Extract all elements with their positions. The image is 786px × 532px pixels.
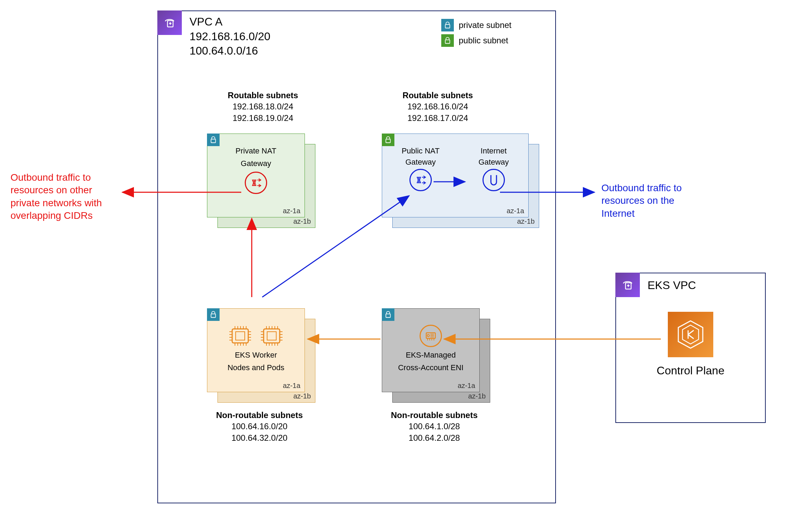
vpc-a-cidr-2: 100.64.0.0/16 xyxy=(190,44,270,58)
igw-block: Internet Gateway xyxy=(478,146,509,191)
routable-left-label: Routable subnets 192.168.18.0/24 192.168… xyxy=(207,90,319,124)
private-nat-sub: Gateway xyxy=(241,159,271,168)
eni-card-front: EKS-Managed Cross-Account ENI az-1a xyxy=(382,308,480,392)
internet-gateway-icon xyxy=(483,169,505,191)
vpc-a-container: VPC A 192.168.16.0/20 100.64.0.0/16 priv… xyxy=(157,10,556,503)
eks-nodes-card-front: EKS Worker Nodes and Pods az-1a xyxy=(207,308,305,392)
legend-private-row: private subnet xyxy=(441,19,512,31)
eks-vpc-title: EKS VPC xyxy=(648,279,696,292)
eks-nodes-sub: Nodes and Pods xyxy=(228,363,285,372)
routable-left-cidr-2: 192.168.19.0/24 xyxy=(207,113,319,124)
private-nat-card-front: Private NAT Gateway az-1a xyxy=(207,134,305,217)
chip-icon xyxy=(228,325,252,347)
private-nat-back-az: az-1b xyxy=(293,217,311,225)
private-nat-lock-icon xyxy=(207,134,220,146)
svg-rect-4 xyxy=(386,139,391,143)
svg-rect-46 xyxy=(386,314,391,317)
nonroutable-left-label: Non-routable subnets 100.64.16.0/20 100.… xyxy=(196,410,322,444)
public-front-az: az-1a xyxy=(507,207,524,215)
routable-left-cidr-1: 192.168.18.0/24 xyxy=(207,101,319,112)
eks-nodes-front-az: az-1a xyxy=(283,382,300,390)
eni-icon xyxy=(420,325,442,347)
public-lock-icon xyxy=(382,134,394,146)
svg-rect-26 xyxy=(264,329,280,343)
eni-sub: Cross-Account ENI xyxy=(398,363,463,372)
annotation-private-outbound-text: Outbound traffic to resources on other p… xyxy=(10,172,102,221)
public-nat-gateway-icon xyxy=(409,169,432,191)
private-nat-front-az: az-1a xyxy=(283,207,300,215)
eks-service-icon xyxy=(668,312,713,357)
eks-nodes-title: EKS Worker xyxy=(235,351,277,360)
eks-vpc-content: Control Plane xyxy=(616,312,765,377)
vpc-a-name: VPC A xyxy=(190,15,270,29)
annotation-private-outbound: Outbound traffic to resources on other p… xyxy=(10,171,122,222)
public-back-az: az-1b xyxy=(517,217,535,225)
svg-rect-7 xyxy=(236,332,245,340)
legend-public-label: public subnet xyxy=(459,36,508,45)
nonroutable-left-head: Non-routable subnets xyxy=(196,410,322,421)
igw-sub: Gateway xyxy=(478,158,509,167)
eks-nodes-back-az: az-1b xyxy=(293,392,311,400)
nonroutable-right-head: Non-routable subnets xyxy=(371,410,497,421)
routable-right-cidr-1: 192.168.16.0/24 xyxy=(382,101,494,112)
nonroutable-left-cidr-2: 100.64.32.0/20 xyxy=(196,432,322,444)
annotation-internet-outbound-text: Outbound traffic to resources on the Int… xyxy=(601,182,682,219)
chip-icon xyxy=(259,325,284,347)
private-nat-content: Private NAT Gateway xyxy=(207,146,305,194)
svg-point-48 xyxy=(427,335,429,337)
eks-vpc-container: EKS VPC Control Plane xyxy=(615,273,766,423)
eks-vpc-icon xyxy=(615,273,640,297)
svg-rect-5 xyxy=(211,314,216,317)
legend-private-icon xyxy=(441,19,454,31)
eks-nodes-content: EKS Worker Nodes and Pods xyxy=(207,325,305,372)
eni-content: EKS-Managed Cross-Account ENI xyxy=(382,325,479,372)
nonroutable-right-cidr-1: 100.64.1.0/28 xyxy=(371,421,497,432)
public-card-front: Public NAT Gateway Internet Gateway az-1… xyxy=(382,134,529,217)
vpc-a-title-block: VPC A 192.168.16.0/20 100.64.0.0/16 xyxy=(190,15,270,58)
private-nat-gateway-icon xyxy=(245,172,267,194)
legend-public-row: public subnet xyxy=(441,34,512,47)
eni-title: EKS-Managed xyxy=(406,351,456,360)
routable-right-head: Routable subnets xyxy=(382,90,494,101)
svg-marker-58 xyxy=(683,325,699,344)
annotation-internet-outbound: Outbound traffic to resources on the Int… xyxy=(601,182,706,220)
vpc-a-cidr-1: 192.168.16.0/20 xyxy=(190,29,270,44)
public-nat-sub: Gateway xyxy=(405,158,436,167)
igw-title: Internet xyxy=(481,146,507,156)
legend-private-label: private subnet xyxy=(459,20,512,30)
nonroutable-left-cidr-1: 100.64.16.0/20 xyxy=(196,421,322,432)
control-plane-label: Control Plane xyxy=(657,364,724,377)
svg-rect-6 xyxy=(232,329,248,343)
eni-lock-icon xyxy=(382,308,394,321)
public-nat-block: Public NAT Gateway xyxy=(402,146,440,191)
eks-nodes-lock-icon xyxy=(207,308,220,321)
svg-rect-3 xyxy=(211,139,216,143)
eni-front-az: az-1a xyxy=(458,382,475,390)
routable-right-label: Routable subnets 192.168.16.0/24 192.168… xyxy=(382,90,494,124)
nonroutable-right-cidr-2: 100.64.2.0/28 xyxy=(371,432,497,444)
eni-back-az: az-1b xyxy=(468,392,486,400)
public-content: Public NAT Gateway Internet Gateway xyxy=(382,146,528,191)
private-nat-title: Private NAT xyxy=(236,146,277,156)
vpc-icon xyxy=(157,10,182,35)
eks-chip-icons xyxy=(228,325,284,347)
routable-right-cidr-2: 192.168.17.0/24 xyxy=(382,113,494,124)
public-nat-title: Public NAT xyxy=(402,146,440,156)
legend: private subnet public subnet xyxy=(441,19,512,47)
svg-rect-1 xyxy=(445,24,450,28)
routable-left-head: Routable subnets xyxy=(207,90,319,101)
svg-rect-27 xyxy=(267,332,276,340)
legend-public-icon xyxy=(441,34,454,47)
svg-rect-2 xyxy=(445,40,450,43)
nonroutable-right-label: Non-routable subnets 100.64.1.0/28 100.6… xyxy=(371,410,497,444)
